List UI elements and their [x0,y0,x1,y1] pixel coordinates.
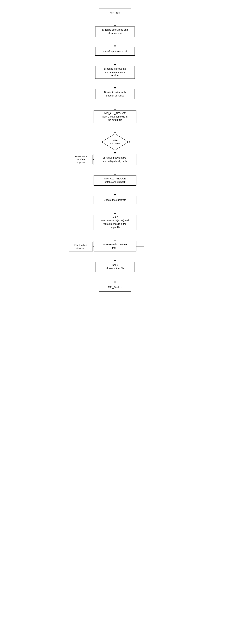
incrementation-box: incrementation on time:t=t++ [93,241,137,252]
incrementation-label: incrementation on time:t=t++ [102,243,128,250]
open-read-close-box: all ranks open, read andclose abm.ini [95,26,135,37]
if-time-limit-label: if t = time limitstop=true [74,244,87,250]
allocate-memory-box: all ranks allocate themaximum memoryrequ… [95,66,135,79]
if-numcells-box: if numCells > maxCellsstop=true [69,155,93,164]
mpi-finalize-box: MPI_Finalize [99,283,131,292]
rank0-mpi-reduce-label: rank 0MPI_REDUCE(SUM) andwrites numcells… [101,216,129,229]
mpi-all-reduce-write-label: MPI_ALL_REDUCErank 0 write numcells inth… [102,112,128,122]
while-label: whilestop=false [110,139,120,145]
update-substrate-label: Update the substrate [104,198,126,202]
rank0-opens-box: rank=0 opens abm.out [95,47,135,56]
rank0-mpi-reduce-box: rank 0MPI_REDUCE(SUM) andwrites numcells… [93,215,137,230]
rank0-closes-label: rank 0closes output file [106,264,124,270]
grow-kill-box: all ranks grow (uptake)and kill (putback… [93,154,137,165]
rank0-closes-box: rank 0closes output file [95,262,135,272]
while-diamond: whilestop=false [101,134,129,150]
if-time-limit-box: if t = time limitstop=true [69,242,93,252]
mpi-all-reduce-uptake-label: MPI_ALL_REDUCEuptake and putback [104,177,126,184]
rank0-opens-label: rank=0 opens abm.out [103,50,127,53]
mpi-all-reduce-uptake-box: MPI_ALL_REDUCEuptake and putback [93,175,137,186]
grow-kill-label: all ranks grow (uptake)and kill (putback… [103,156,127,163]
allocate-memory-label: all ranks allocate themaximum memoryrequ… [104,67,126,77]
distribute-cells-label: Distribute initial cellsthrough all rank… [104,91,126,97]
mpi-init-box: MPI_INIT [99,8,131,17]
if-numcells-label: if numCells > maxCellsstop=true [71,155,90,164]
distribute-cells-box: Distribute initial cellsthrough all rank… [95,89,135,99]
mpi-all-reduce-write-box: MPI_ALL_REDUCErank 0 write numcells inth… [93,110,137,123]
update-substrate-box: Update the substrate [93,196,137,204]
flowchart-diagram: MPI_INIT all ranks open, read andclose a… [67,4,163,644]
mpi-finalize-label: MPI_Finalize [108,286,122,289]
open-read-close-label: all ranks open, read andclose abm.ini [102,28,128,35]
mpi-init-label: MPI_INIT [110,11,120,14]
